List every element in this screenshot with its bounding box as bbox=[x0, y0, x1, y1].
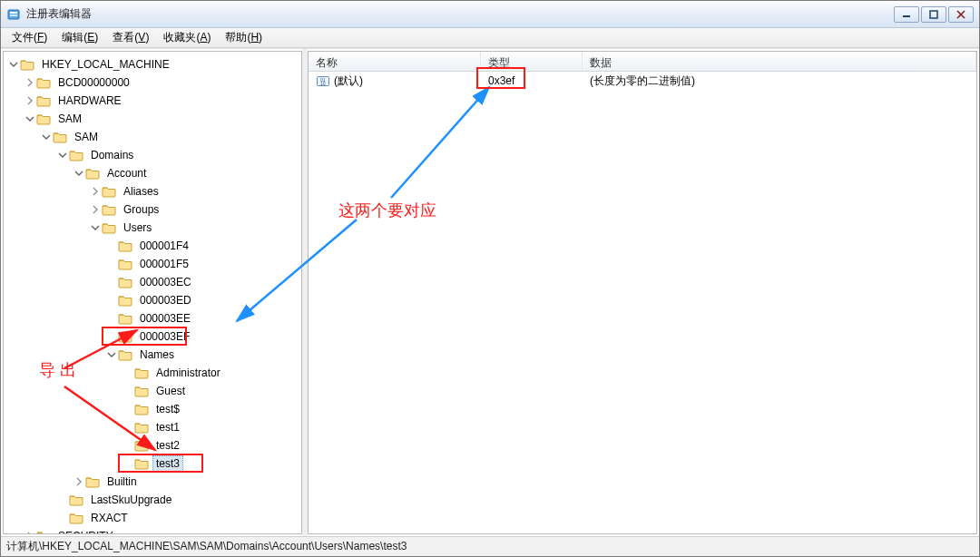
tree-item-label: Guest bbox=[152, 383, 189, 399]
tree-item[interactable]: SECURITY bbox=[24, 527, 301, 534]
folder-icon bbox=[36, 530, 51, 534]
folder-icon bbox=[102, 203, 116, 216]
tree-item[interactable]: Groups bbox=[89, 200, 301, 219]
column-name[interactable]: 名称 bbox=[309, 52, 481, 71]
tree-item-label: test1 bbox=[152, 419, 183, 435]
tree-item[interactable]: Users bbox=[89, 219, 301, 237]
tree-item[interactable]: test1 bbox=[122, 418, 301, 436]
regedit-app-icon bbox=[6, 7, 21, 22]
tree: HKEY_LOCAL_MACHINEBCD00000000HARDWARESAM… bbox=[4, 52, 301, 534]
tree-item[interactable]: Names bbox=[105, 346, 301, 364]
menu-file[interactable]: 文件(F) bbox=[6, 28, 53, 47]
tree-item[interactable]: Builtin bbox=[73, 473, 301, 491]
tree-item[interactable]: 000003EE bbox=[105, 309, 301, 327]
twisty-collapsed-icon[interactable] bbox=[73, 475, 85, 488]
tree-item[interactable]: 000003EC bbox=[105, 273, 301, 291]
tree-item-label: test3 bbox=[152, 455, 183, 472]
minimize-button[interactable] bbox=[894, 6, 919, 23]
menu-edit[interactable]: 编辑(E) bbox=[56, 28, 103, 47]
value-type: 0x3ef bbox=[481, 74, 583, 87]
tree-item-label: 000003EE bbox=[136, 310, 194, 327]
twisty-expanded-icon[interactable] bbox=[40, 131, 53, 143]
tree-item[interactable]: 000003EF bbox=[105, 327, 301, 346]
tree-item[interactable]: Guest bbox=[122, 382, 301, 400]
maximize-button[interactable] bbox=[921, 6, 946, 23]
folder-icon bbox=[36, 76, 51, 89]
tree-item[interactable]: SAM bbox=[24, 110, 301, 128]
tree-item[interactable]: HARDWARE bbox=[24, 92, 301, 110]
tree-item-label: Users bbox=[120, 220, 155, 236]
close-button[interactable] bbox=[948, 6, 974, 23]
binary-value-icon: 0110 bbox=[316, 73, 330, 88]
tree-item[interactable]: SAM bbox=[40, 128, 301, 146]
folder-icon bbox=[134, 421, 149, 434]
menu-help[interactable]: 帮助(H) bbox=[220, 28, 268, 47]
folder-icon bbox=[134, 457, 149, 470]
twisty-expanded-icon[interactable] bbox=[7, 58, 20, 71]
folder-icon bbox=[85, 475, 100, 488]
tree-item-label: Builtin bbox=[103, 474, 141, 490]
tree-item-label: Administrator bbox=[152, 365, 224, 381]
titlebar: 注册表编辑器 bbox=[1, 1, 979, 28]
tree-item[interactable]: 000001F5 bbox=[105, 255, 301, 273]
list-pane: 名称 类型 数据 0110(默认)0x3ef(长度为零的二进制值) bbox=[308, 51, 977, 534]
twisty-expanded-icon[interactable] bbox=[56, 149, 69, 161]
window: 注册表编辑器 文件(F) 编辑(E) 查看(V) 收藏夹(A) 帮助(H) HK… bbox=[0, 0, 980, 557]
tree-item[interactable]: LastSkuUpgrade bbox=[56, 491, 301, 509]
tree-item[interactable]: RXACT bbox=[56, 509, 301, 527]
column-data[interactable]: 数据 bbox=[583, 52, 976, 71]
statusbar: 计算机\HKEY_LOCAL_MACHINE\SAM\SAM\Domains\A… bbox=[1, 536, 979, 556]
tree-item[interactable]: BCD00000000 bbox=[24, 73, 301, 92]
twisty-collapsed-icon[interactable] bbox=[89, 203, 102, 216]
twisty-collapsed-icon[interactable] bbox=[24, 530, 36, 534]
value-data: (长度为零的二进制值) bbox=[583, 73, 976, 89]
tree-item[interactable]: Aliases bbox=[89, 182, 301, 200]
tree-item[interactable]: Domains bbox=[56, 146, 301, 164]
tree-item[interactable]: 000003ED bbox=[105, 291, 301, 309]
folder-icon bbox=[118, 330, 132, 343]
tree-item-label: Account bbox=[103, 165, 150, 181]
tree-item-label: SECURITY bbox=[54, 528, 117, 534]
tree-item-label: Aliases bbox=[120, 183, 162, 200]
column-type[interactable]: 类型 bbox=[481, 52, 583, 71]
tree-item-label: RXACT bbox=[87, 510, 132, 526]
twisty-expanded-icon[interactable] bbox=[89, 221, 102, 234]
tree-item-label: HKEY_LOCAL_MACHINE bbox=[38, 56, 173, 73]
tree-item[interactable]: test$ bbox=[122, 400, 301, 418]
tree-item-label: Domains bbox=[87, 147, 137, 163]
folder-icon bbox=[134, 366, 149, 379]
twisty-collapsed-icon[interactable] bbox=[24, 76, 36, 89]
tree-item-label: SAM bbox=[71, 129, 102, 145]
tree-item[interactable]: 000001F4 bbox=[105, 237, 301, 255]
twisty-collapsed-icon[interactable] bbox=[24, 94, 36, 107]
twisty-collapsed-icon[interactable] bbox=[89, 185, 102, 198]
tree-item-label: 000003ED bbox=[136, 292, 195, 308]
folder-icon bbox=[118, 348, 132, 361]
folder-icon bbox=[102, 221, 116, 234]
folder-icon bbox=[36, 94, 51, 107]
twisty-expanded-icon[interactable] bbox=[73, 167, 85, 180]
tree-item-root[interactable]: HKEY_LOCAL_MACHINE bbox=[7, 55, 301, 73]
folder-icon bbox=[36, 112, 51, 125]
tree-item-label: SAM bbox=[54, 111, 85, 127]
tree-item[interactable]: Administrator bbox=[122, 364, 301, 382]
list-row[interactable]: 0110(默认)0x3ef(长度为零的二进制值) bbox=[309, 72, 976, 90]
menu-favorites[interactable]: 收藏夹(A) bbox=[158, 28, 216, 47]
folder-icon bbox=[118, 258, 132, 270]
list-header: 名称 类型 数据 bbox=[309, 52, 976, 72]
folder-icon bbox=[118, 276, 132, 288]
tree-item[interactable]: test2 bbox=[122, 436, 301, 454]
twisty-expanded-icon[interactable] bbox=[105, 348, 118, 361]
folder-icon bbox=[134, 403, 149, 415]
folder-icon bbox=[118, 312, 132, 325]
tree-pane[interactable]: HKEY_LOCAL_MACHINEBCD00000000HARDWARESAM… bbox=[3, 51, 302, 534]
list-body[interactable]: 0110(默认)0x3ef(长度为零的二进制值) bbox=[309, 72, 976, 533]
tree-item[interactable]: Account bbox=[73, 164, 301, 182]
tree-item[interactable]: test3 bbox=[122, 454, 301, 473]
menu-view[interactable]: 查看(V) bbox=[107, 28, 154, 47]
value-name: (默认) bbox=[334, 73, 363, 89]
svg-rect-2 bbox=[10, 15, 17, 16]
tree-item-label: test2 bbox=[152, 437, 183, 454]
twisty-expanded-icon[interactable] bbox=[24, 112, 36, 125]
tree-item-label: 000001F5 bbox=[136, 256, 192, 272]
